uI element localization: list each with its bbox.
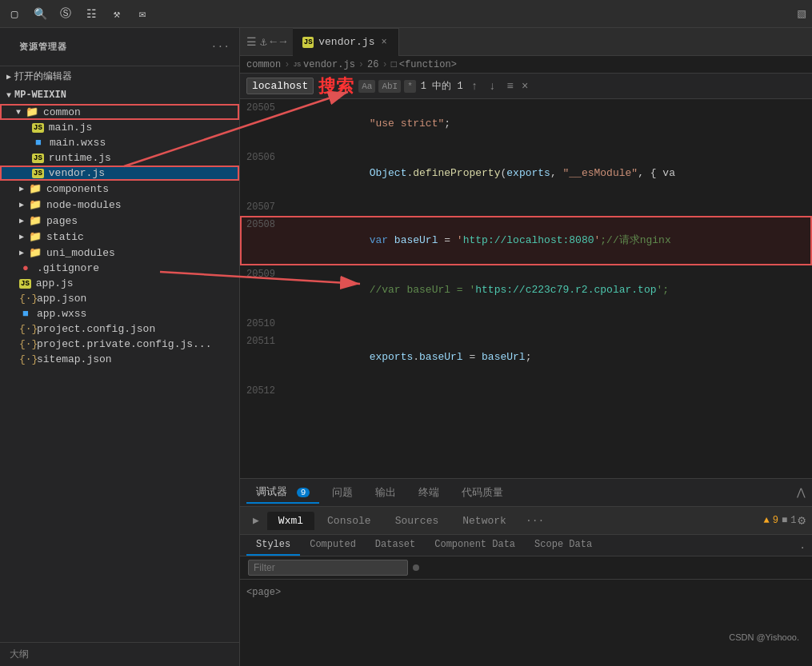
sidebar-toggle-icon[interactable]: ☰ [246, 35, 257, 49]
editor-tab-vendor-js[interactable]: JS vendor.js × [293, 28, 398, 56]
tab-output[interactable]: 输出 [366, 482, 406, 503]
search-close-btn[interactable]: × [522, 80, 528, 93]
forward-icon[interactable]: → [280, 35, 286, 48]
devtools-tab-network[interactable]: Network [451, 512, 518, 530]
wechat-icon[interactable]: ✉ [134, 6, 150, 22]
tab-issues-label: 问题 [332, 487, 353, 499]
folder-icon-static: 📁 [29, 230, 42, 243]
sidebar-folder-node-modules[interactable]: ▶ 📁 node-modules [0, 197, 239, 213]
project-section[interactable]: ▼ MP-WEIXIN [0, 86, 239, 104]
new-file-icon[interactable]: ▢ [6, 6, 22, 22]
styles-tab-scope-data[interactable]: Scope Data [525, 535, 602, 556]
extensions-icon[interactable]: ⚒ [109, 6, 125, 22]
line-num-20509: 20509 [240, 266, 288, 282]
file-vendor-js-label: vendor.js [49, 167, 105, 179]
json-icon-priv: {·} [19, 338, 32, 350]
sidebar-folder-common[interactable]: ▼ 📁 common [0, 104, 239, 120]
breadcrumb-common[interactable]: common [246, 59, 281, 70]
sidebar-folder-uni-modules[interactable]: ▶ 📁 uni_modules [0, 245, 239, 261]
breadcrumb-sep3: › [382, 59, 387, 70]
code-line-20507: 20507 [240, 198, 812, 216]
layout-icon[interactable]: ▧ [798, 6, 806, 22]
sidebar-file-main-js[interactable]: JS main.js [0, 120, 239, 135]
tab-terminal[interactable]: 终端 [409, 482, 449, 503]
line-num-20507: 20507 [240, 199, 288, 215]
code-line-20510: 20510 [240, 315, 812, 333]
sidebar-file-sitemap[interactable]: {·} sitemap.json [0, 352, 239, 367]
breadcrumb-sep1: › [284, 59, 290, 70]
folder-icon-pages: 📁 [29, 214, 42, 227]
folder-uni-modules-label: uni_modules [46, 247, 115, 259]
code-line-20511: 20511 exports.baseUrl = baseUrl; [240, 333, 812, 382]
styles-tab-scope-data-label: Scope Data [534, 539, 592, 550]
devtools-more-btn[interactable]: ··· [519, 512, 550, 530]
styles-tab-styles[interactable]: Styles [246, 535, 300, 556]
tab-debugger[interactable]: 调试器 9 [246, 481, 319, 504]
sidebar: 资源管理器 ··· ▶ 打开的编辑器 ▼ MP-WEIXIN ▼ 📁 commo… [0, 28, 240, 666]
sidebar-folder-components[interactable]: ▶ 📁 components [0, 181, 239, 197]
sidebar-more[interactable]: ··· [211, 41, 230, 53]
search-down-btn[interactable]: ↓ [486, 78, 498, 94]
breadcrumb-func[interactable]: □ <function> [391, 59, 457, 70]
js-icon: JS [32, 123, 44, 133]
tab-issues[interactable]: 问题 [322, 482, 362, 503]
sidebar-file-app-json[interactable]: {·} app.json [0, 291, 239, 306]
tab-close-btn[interactable]: × [379, 35, 388, 50]
search-up-btn[interactable]: ↑ [468, 78, 481, 94]
devtools-tab-sources[interactable]: Sources [384, 512, 450, 530]
whole-word-btn[interactable]: AbI [378, 80, 401, 93]
tab-bar: ☰ ⚓ ← → JS vendor.js × [240, 28, 812, 56]
search-input-wrap: localhost [246, 78, 314, 94]
sidebar-file-gitignore[interactable]: ● .gitignore [0, 261, 239, 276]
open-editors-section[interactable]: ▶ 打开的编辑器 [0, 66, 239, 86]
tab-code-quality[interactable]: 代码质量 [452, 482, 513, 503]
styles-tab-dataset[interactable]: Dataset [366, 535, 425, 556]
file-app-json-label: app.json [37, 293, 86, 305]
cursor-icon[interactable]: ▶ [246, 511, 266, 530]
sidebar-file-runtime-js[interactable]: JS runtime.js [0, 150, 239, 166]
back-icon[interactable]: ← [270, 35, 276, 48]
sidebar-file-project-config[interactable]: {·} project.config.json [0, 321, 239, 337]
watermark: CSDN @Yishooo. [729, 632, 799, 642]
search-icon[interactable]: 🔍 [32, 6, 48, 22]
breadcrumb-vendor[interactable]: JS vendor.js [293, 59, 354, 70]
project-label: MP-WEIXIN [14, 90, 66, 101]
sidebar-file-project-private[interactable]: {·} project.private.config.js... [0, 337, 239, 352]
styles-tab-computed[interactable]: Computed [300, 535, 366, 556]
sidebar-file-vendor-js[interactable]: JS vendor.js [0, 166, 239, 181]
sidebar-folder-pages[interactable]: ▶ 📁 pages [0, 213, 239, 229]
search-all-btn[interactable]: ≡ [503, 78, 516, 94]
code-line-20512: 20512 [240, 382, 812, 400]
page-element: <page> [246, 587, 281, 598]
breadcrumb-vendor-label: vendor.js [303, 59, 355, 70]
sidebar-folder-static[interactable]: ▶ 📁 static [0, 229, 239, 245]
case-sensitive-btn[interactable]: Aa [358, 80, 375, 93]
devtools-tab-wxml[interactable]: Wxml [267, 512, 314, 530]
editor-panel: ☰ ⚓ ← → JS vendor.js × common › JS vendo… [240, 28, 812, 666]
chevron-right-static-icon: ▶ [19, 232, 24, 241]
folder-icon-node: 📁 [29, 198, 42, 211]
devtools-tab-console[interactable]: Console [316, 512, 382, 530]
regex-btn[interactable]: * [404, 80, 416, 93]
breadcrumb-sep2: › [358, 59, 364, 70]
line-num-20511: 20511 [240, 333, 288, 349]
explorer-icon[interactable]: ☷ [83, 6, 99, 22]
box-icon: □ [391, 59, 397, 70]
bottom-panel-close-btn[interactable]: ⋀ [797, 486, 806, 499]
styles-tab-component-data[interactable]: Component Data [425, 535, 525, 556]
bookmark-icon[interactable]: ⚓ [260, 35, 266, 49]
file-main-js-label: main.js [49, 122, 93, 134]
breadcrumb-line[interactable]: 26 [367, 59, 378, 70]
sidebar-file-app-js[interactable]: JS app.js [0, 276, 239, 291]
breadcrumb: common › JS vendor.js › 26 › □ <function… [240, 56, 812, 74]
source-control-icon[interactable]: Ⓢ [58, 6, 74, 22]
settings-gear-icon[interactable]: ⚙ [798, 512, 806, 528]
sidebar-file-main-wxss[interactable]: ■ main.wxss [0, 135, 239, 150]
file-project-private-label: project.private.config.js... [37, 338, 211, 350]
code-line-20508: 20508 var baseUrl = 'http://localhost:80… [240, 216, 812, 265]
styles-filter-input[interactable] [248, 560, 408, 576]
sidebar-file-app-wxss[interactable]: ■ app.wxss [0, 306, 239, 321]
wxss-icon-app: ■ [19, 308, 32, 320]
code-line-20505: 20505 "use strict"; [240, 99, 812, 149]
line-content-20511: exports.baseUrl = baseUrl; [288, 333, 812, 381]
